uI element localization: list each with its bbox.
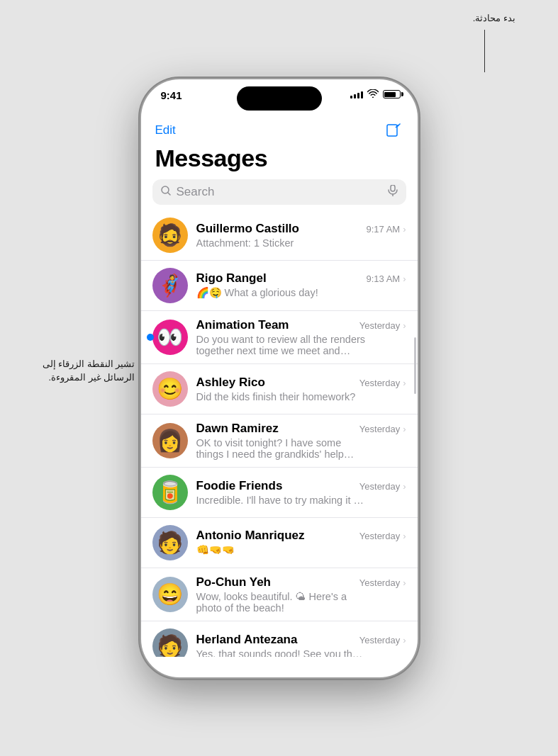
conv-info: Herland Antezana Yesterday › Yes, that s… bbox=[196, 633, 406, 657]
avatar: 🧑 bbox=[152, 628, 188, 657]
status-icons bbox=[350, 89, 401, 100]
chevron-right-icon: › bbox=[403, 577, 406, 588]
phone-frame: 9:41 bbox=[141, 79, 418, 677]
edit-button[interactable]: Edit bbox=[155, 123, 176, 137]
conversation-item[interactable]: 🧑 Antonio Manriquez Yesterday › 👊🤜🤜 bbox=[141, 518, 418, 568]
conv-name: Dawn Ramirez bbox=[196, 422, 279, 436]
chevron-right-icon: › bbox=[403, 635, 406, 645]
conv-preview: Do you want to review all the renders to… bbox=[196, 334, 367, 356]
conv-preview: 🌈🤤 What a glorious day! bbox=[196, 287, 367, 299]
search-bar[interactable]: Search bbox=[152, 179, 406, 205]
conv-name: Po-Chun Yeh bbox=[196, 575, 271, 589]
avatar: 😊 bbox=[152, 371, 188, 407]
chevron-right-icon: › bbox=[403, 424, 406, 434]
conv-time: 9:13 AM bbox=[366, 273, 400, 284]
avatar: 🧑 bbox=[152, 525, 188, 560]
conv-info: Antonio Manriquez Yesterday › 👊🤜🤜 bbox=[196, 529, 406, 556]
callout-line-start bbox=[484, 30, 485, 72]
conv-time: Yesterday bbox=[359, 481, 400, 492]
conv-info: Rigo Rangel 9:13 AM › 🌈🤤 What a glorious… bbox=[196, 271, 406, 299]
chevron-right-icon: › bbox=[403, 481, 406, 492]
avatar: 👩 bbox=[152, 423, 188, 458]
conv-preview: Incredible. I'll have to try making it m… bbox=[196, 495, 367, 506]
conv-header: Herland Antezana Yesterday › bbox=[196, 633, 406, 647]
conv-time: Yesterday bbox=[359, 635, 400, 645]
conv-info: Foodie Friends Yesterday › Incredible. I… bbox=[196, 479, 406, 506]
chevron-right-icon: › bbox=[403, 320, 406, 331]
conv-name: Animation Team bbox=[196, 318, 289, 332]
search-placeholder: Search bbox=[177, 185, 382, 199]
conv-header: Ashley Rico Yesterday › bbox=[196, 376, 406, 390]
conv-info: Ashley Rico Yesterday › Did the kids fin… bbox=[196, 376, 406, 402]
mic-icon bbox=[388, 185, 398, 199]
battery-icon bbox=[383, 90, 401, 98]
conversation-item[interactable]: 🦸 Rigo Rangel 9:13 AM › 🌈🤤 What a glorio… bbox=[141, 261, 418, 311]
conv-name: Herland Antezana bbox=[196, 633, 298, 647]
signal-icon bbox=[350, 90, 363, 98]
conv-name: Rigo Rangel bbox=[196, 271, 267, 286]
conv-info: Dawn Ramirez Yesterday › OK to visit ton… bbox=[196, 422, 406, 460]
conv-header: Guillermo Castillo 9:17 AM › bbox=[196, 222, 406, 236]
chevron-right-icon: › bbox=[403, 273, 406, 284]
conv-time: Yesterday bbox=[359, 320, 400, 331]
page-title: Messages bbox=[155, 145, 403, 172]
nav-bar: Edit bbox=[141, 118, 418, 143]
app-content: Edit Messages bbox=[141, 118, 418, 677]
conversation-item[interactable]: 🧑 Herland Antezana Yesterday › Yes, that… bbox=[141, 621, 418, 657]
compose-button[interactable] bbox=[384, 120, 403, 140]
conv-time: 9:17 AM bbox=[366, 224, 400, 235]
conv-info: Animation Team Yesterday › Do you want t… bbox=[196, 318, 406, 356]
conversation-item[interactable]: 🧔 Guillermo Castillo 9:17 AM › Attachmen… bbox=[141, 210, 418, 261]
conv-header: Rigo Rangel 9:13 AM › bbox=[196, 271, 406, 286]
conv-preview: Attachment: 1 Sticker bbox=[196, 237, 367, 249]
search-icon bbox=[161, 186, 171, 198]
conv-preview: 👊🤜🤜 bbox=[196, 544, 367, 556]
avatar: 👀 bbox=[152, 320, 188, 355]
conv-name: Foodie Friends bbox=[196, 479, 283, 493]
avatar: 😄 bbox=[152, 577, 188, 612]
chevron-right-icon: › bbox=[403, 531, 406, 541]
conv-header: Animation Team Yesterday › bbox=[196, 318, 406, 332]
conv-time: Yesterday bbox=[359, 531, 400, 541]
conv-preview: OK to visit tonight? I have some things … bbox=[196, 437, 367, 460]
chevron-right-icon: › bbox=[403, 378, 406, 388]
conversation-list: 🧔 Guillermo Castillo 9:17 AM › Attachmen… bbox=[141, 210, 418, 657]
conv-header: Foodie Friends Yesterday › bbox=[196, 479, 406, 493]
conversation-item[interactable]: 😊 Ashley Rico Yesterday › Did the kids f… bbox=[141, 364, 418, 414]
callout-unread-label: تشير النقطة الزرقاء إلى الرسائل غير المق… bbox=[21, 358, 135, 385]
callout-start-label: بدء محادثة. bbox=[473, 13, 515, 23]
conversation-item[interactable]: 😄 Po-Chun Yeh Yesterday › Wow, looks bea… bbox=[141, 568, 418, 621]
svg-rect-0 bbox=[387, 125, 397, 136]
conversation-item[interactable]: 🥫 Foodie Friends Yesterday › Incredible.… bbox=[141, 468, 418, 518]
title-bar: Messages bbox=[141, 143, 418, 179]
conversation-item[interactable]: 👩 Dawn Ramirez Yesterday › OK to visit t… bbox=[141, 414, 418, 468]
avatar: 🦸 bbox=[152, 268, 188, 303]
scrollbar-indicator bbox=[414, 337, 416, 394]
scene: بدء محادثة. تشير النقطة الزرقاء إلى الرس… bbox=[0, 0, 558, 756]
conv-preview: Did the kids finish their homework? bbox=[196, 391, 367, 402]
conv-name: Ashley Rico bbox=[196, 376, 265, 390]
conv-header: Dawn Ramirez Yesterday › bbox=[196, 422, 406, 436]
svg-line-2 bbox=[168, 193, 170, 195]
conv-time: Yesterday bbox=[359, 424, 400, 434]
svg-rect-3 bbox=[391, 185, 395, 191]
avatar: 🥫 bbox=[152, 475, 188, 510]
avatar: 🧔 bbox=[152, 218, 188, 253]
conv-time: Yesterday bbox=[359, 577, 400, 588]
conv-name: Guillermo Castillo bbox=[196, 222, 299, 236]
wifi-icon bbox=[367, 89, 379, 100]
conv-preview: Wow, looks beautiful. 🌤 Here's a photo o… bbox=[196, 591, 367, 614]
conv-time: Yesterday bbox=[359, 378, 400, 388]
unread-dot bbox=[147, 334, 154, 341]
conv-preview: Yes, that sounds good! See you then... bbox=[196, 648, 367, 657]
conv-header: Antonio Manriquez Yesterday › bbox=[196, 529, 406, 543]
dynamic-island bbox=[237, 86, 322, 111]
conv-info: Po-Chun Yeh Yesterday › Wow, looks beaut… bbox=[196, 575, 406, 614]
conv-name: Antonio Manriquez bbox=[196, 529, 305, 543]
conversation-item[interactable]: 👀 Animation Team Yesterday › Do you want… bbox=[141, 311, 418, 364]
chevron-right-icon: › bbox=[403, 224, 406, 235]
conv-info: Guillermo Castillo 9:17 AM › Attachment:… bbox=[196, 222, 406, 249]
conv-header: Po-Chun Yeh Yesterday › bbox=[196, 575, 406, 589]
